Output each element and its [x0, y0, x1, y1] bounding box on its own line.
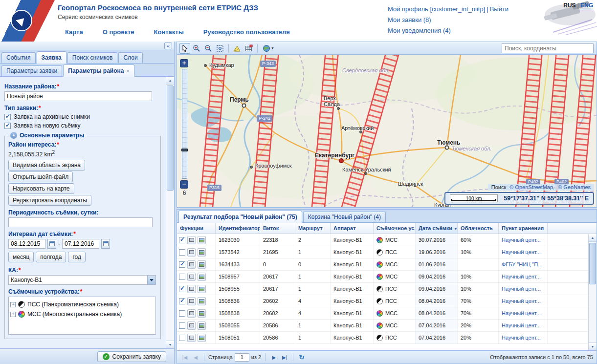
quicklook-button[interactable]: [198, 236, 206, 244]
quicklook-button[interactable]: [198, 285, 206, 293]
coverage-grid-tool-button[interactable]: [243, 43, 254, 54]
map-canvas[interactable]: + − 6 Поиск © OpenStreetMap, © GeoNames …: [177, 55, 597, 207]
storage-link[interactable]: Научный цент...: [499, 271, 548, 282]
collapse-sidebar-button[interactable]: «: [164, 43, 172, 49]
page-number-input[interactable]: [235, 353, 249, 362]
subtab-region-params[interactable]: Параметры района×: [63, 64, 134, 77]
storage-link[interactable]: Научный цент...: [499, 320, 548, 331]
device-item-pss[interactable]: ПСС (Панхроматическая съемка): [10, 300, 154, 309]
row-checkbox[interactable]: [179, 286, 185, 292]
calendar-icon[interactable]: [47, 239, 56, 249]
show-on-map-button[interactable]: [187, 321, 196, 330]
column-header-clouds[interactable]: Облачность: [458, 223, 499, 234]
show-on-map-button[interactable]: [187, 309, 196, 318]
open-shapefile-button[interactable]: Открыть шейп-файл: [8, 171, 73, 182]
profile-link[interactable]: Мой профиль [customer_int_niitp]: [388, 5, 485, 13]
tab-basket[interactable]: Корзина "Новый район" (4): [303, 212, 386, 222]
zoom-in-tool-button[interactable]: [191, 43, 202, 54]
new-shoot-request-checkbox[interactable]: [4, 123, 11, 129]
month-preset-button[interactable]: месяц: [8, 252, 34, 262]
show-on-map-button[interactable]: [187, 297, 196, 305]
column-header-orbit[interactable]: Виток: [260, 223, 295, 234]
date-from-input[interactable]: [8, 239, 45, 249]
select-tool-button[interactable]: [179, 43, 190, 54]
grid-scrollbar[interactable]: ▲ ▼: [588, 234, 597, 350]
row-checkbox[interactable]: [179, 274, 185, 280]
geonames-attribution-link[interactable]: © GeoNames: [558, 184, 591, 190]
row-checkbox[interactable]: [179, 261, 185, 268]
tab-request[interactable]: Заявка: [37, 51, 66, 64]
show-on-map-button[interactable]: [187, 285, 196, 293]
scrollbar-thumb[interactable]: [167, 86, 174, 191]
quicklook-button[interactable]: [198, 334, 206, 342]
expand-icon[interactable]: [10, 312, 16, 317]
region-name-input[interactable]: [4, 91, 152, 101]
row-checkbox[interactable]: [179, 335, 185, 341]
subtab-request-params[interactable]: Параметры заявки: [1, 65, 62, 76]
close-icon[interactable]: ×: [126, 68, 129, 74]
quicklook-button[interactable]: [198, 260, 206, 269]
chevron-down-icon[interactable]: [147, 276, 155, 284]
visible-area-button[interactable]: Видимая область экрана: [8, 160, 85, 171]
zoom-in-button[interactable]: +: [180, 59, 188, 67]
show-on-map-button[interactable]: [187, 248, 196, 257]
scroll-up-icon[interactable]: ▲: [166, 77, 174, 85]
save-request-button[interactable]: ✓ Сохранить заявку: [97, 351, 166, 362]
storage-link[interactable]: Научный цент...: [499, 332, 548, 343]
zoom-out-tool-button[interactable]: [203, 43, 214, 54]
next-page-button[interactable]: ▶: [269, 353, 278, 362]
quicklook-button[interactable]: [198, 321, 206, 330]
storage-link[interactable]: Научный цент...: [499, 295, 548, 307]
my-notifications-link[interactable]: Мои уведомления (4): [388, 27, 451, 34]
row-checkbox[interactable]: [179, 298, 185, 304]
tab-image-search[interactable]: Поиск снимков: [67, 52, 118, 63]
column-header-storage[interactable]: Пункт хранения: [499, 223, 548, 234]
first-page-button[interactable]: |◀: [180, 353, 189, 362]
map-search-input[interactable]: [502, 43, 594, 53]
lang-rus[interactable]: RUS: [563, 2, 575, 9]
row-checkbox[interactable]: [179, 310, 185, 317]
device-item-mss[interactable]: МСС (Многоспектральная съемка): [10, 309, 154, 319]
storage-link[interactable]: ФГБУ "НИЦ "П...: [499, 258, 548, 270]
prev-page-button[interactable]: ◀: [191, 353, 200, 362]
refresh-icon[interactable]: ↻: [297, 353, 306, 362]
row-checkbox[interactable]: [179, 237, 185, 243]
zoom-slider[interactable]: [182, 69, 187, 179]
nav-manual-link[interactable]: Руководство пользователя: [203, 28, 290, 36]
fieldset-collapse-icon[interactable]: ▲: [10, 132, 17, 139]
show-on-map-button[interactable]: [187, 236, 196, 244]
last-page-button[interactable]: ▶|: [280, 353, 289, 362]
measure-tool-button[interactable]: [232, 43, 243, 54]
quicklook-button[interactable]: [198, 309, 206, 318]
scroll-down-icon[interactable]: ▼: [166, 341, 174, 348]
scroll-up-icon[interactable]: ▲: [589, 234, 597, 242]
zoom-slider-thumb[interactable]: [181, 149, 188, 151]
show-on-map-button[interactable]: [187, 260, 196, 269]
column-header-route[interactable]: Маршрут: [295, 223, 331, 234]
year-preset-button[interactable]: год: [68, 252, 86, 262]
quicklook-button[interactable]: [198, 248, 206, 257]
date-to-input[interactable]: [62, 239, 99, 249]
nav-contacts-link[interactable]: Контакты: [154, 28, 184, 36]
row-checkbox[interactable]: [179, 322, 185, 329]
show-on-map-button[interactable]: [187, 334, 196, 342]
column-header-functions[interactable]: Функции: [177, 223, 216, 234]
nav-about-link[interactable]: О проекте: [103, 28, 134, 36]
column-header-sensor[interactable]: Съёмочное ус...: [374, 223, 416, 234]
osm-attribution-link[interactable]: © OpenStreetMap,: [509, 184, 554, 190]
column-header-vehicle[interactable]: Аппарат: [331, 223, 374, 234]
storage-link[interactable]: Научный цент...: [499, 246, 548, 258]
zoom-out-button[interactable]: −: [180, 180, 188, 189]
show-on-map-button[interactable]: [187, 273, 196, 281]
draw-on-map-button[interactable]: Нарисовать на карте: [8, 183, 74, 194]
column-header-date[interactable]: Дата съёмки▼: [416, 223, 458, 234]
quicklook-button[interactable]: [198, 297, 206, 305]
quicklook-button[interactable]: [198, 273, 206, 281]
calendar-icon[interactable]: [101, 239, 110, 249]
satellite-select[interactable]: Канопус-В1: [8, 275, 156, 285]
tab-layers[interactable]: Слои: [118, 52, 142, 63]
logout-link[interactable]: Выйти: [490, 5, 509, 13]
archive-request-checkbox[interactable]: [4, 114, 11, 120]
storage-link[interactable]: Научный цент...: [499, 234, 548, 246]
nav-map-link[interactable]: Карта: [65, 28, 83, 36]
